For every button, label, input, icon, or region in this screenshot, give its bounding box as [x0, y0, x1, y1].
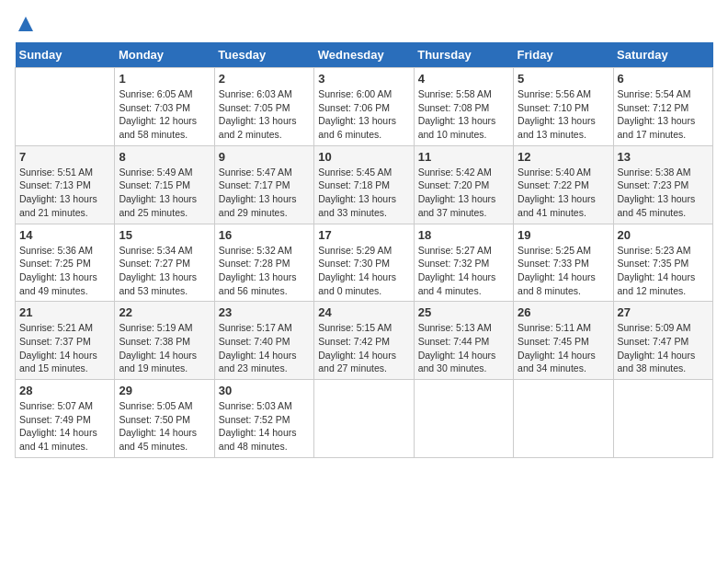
day-number: 3: [318, 72, 409, 86]
day-number: 5: [518, 72, 609, 86]
day-info: Sunrise: 5:38 AMSunset: 7:23 PMDaylight:…: [618, 166, 709, 220]
day-number: 2: [219, 72, 310, 86]
day-info: Sunrise: 5:07 AMSunset: 7:49 PMDaylight:…: [19, 399, 110, 454]
week-row-1: 1Sunrise: 6:05 AMSunset: 7:03 PMDaylight…: [16, 68, 713, 146]
day-info: Sunrise: 5:45 AMSunset: 7:18 PMDaylight:…: [318, 166, 409, 220]
week-row-4: 21Sunrise: 5:21 AMSunset: 7:37 PMDayligh…: [16, 302, 713, 380]
calendar-cell: [16, 68, 115, 146]
day-number: 24: [318, 305, 409, 319]
day-info: Sunrise: 5:40 AMSunset: 7:22 PMDaylight:…: [518, 166, 609, 220]
calendar-cell: 21Sunrise: 5:21 AMSunset: 7:37 PMDayligh…: [16, 302, 115, 380]
day-number: 16: [219, 228, 310, 242]
day-number: 12: [518, 150, 609, 164]
day-number: 14: [19, 228, 110, 242]
day-number: 27: [618, 305, 709, 319]
calendar-cell: 19Sunrise: 5:25 AMSunset: 7:33 PMDayligh…: [514, 224, 613, 302]
week-row-2: 7Sunrise: 5:51 AMSunset: 7:13 PMDaylight…: [16, 145, 713, 224]
calendar-cell: 12Sunrise: 5:40 AMSunset: 7:22 PMDayligh…: [514, 145, 613, 224]
day-info: Sunrise: 5:29 AMSunset: 7:30 PMDaylight:…: [318, 244, 409, 298]
header-cell-monday: Monday: [115, 42, 214, 68]
calendar-cell: 3Sunrise: 6:00 AMSunset: 7:06 PMDaylight…: [314, 68, 414, 146]
calendar-cell: 5Sunrise: 5:56 AMSunset: 7:10 PMDaylight…: [514, 68, 613, 146]
calendar-cell: 6Sunrise: 5:54 AMSunset: 7:12 PMDaylight…: [613, 68, 712, 146]
svg-marker-0: [18, 17, 33, 31]
calendar-cell: 10Sunrise: 5:45 AMSunset: 7:18 PMDayligh…: [314, 145, 414, 224]
day-info: Sunrise: 5:03 AMSunset: 7:52 PMDaylight:…: [219, 399, 310, 454]
day-info: Sunrise: 5:09 AMSunset: 7:47 PMDaylight:…: [618, 321, 709, 375]
calendar-cell: 14Sunrise: 5:36 AMSunset: 7:25 PMDayligh…: [16, 224, 115, 302]
calendar-cell: 26Sunrise: 5:11 AMSunset: 7:45 PMDayligh…: [514, 302, 613, 380]
calendar-cell: 1Sunrise: 6:05 AMSunset: 7:03 PMDaylight…: [115, 68, 214, 146]
day-number: 21: [19, 305, 110, 319]
calendar-cell: 28Sunrise: 5:07 AMSunset: 7:49 PMDayligh…: [16, 380, 115, 458]
calendar-cell: 18Sunrise: 5:27 AMSunset: 7:32 PMDayligh…: [414, 224, 513, 302]
day-number: 13: [618, 150, 709, 164]
calendar-cell: 13Sunrise: 5:38 AMSunset: 7:23 PMDayligh…: [613, 145, 712, 224]
day-number: 23: [219, 305, 310, 319]
day-number: 8: [119, 150, 210, 164]
day-info: Sunrise: 5:23 AMSunset: 7:35 PMDaylight:…: [618, 244, 709, 298]
day-info: Sunrise: 5:36 AMSunset: 7:25 PMDaylight:…: [19, 244, 110, 298]
day-info: Sunrise: 6:00 AMSunset: 7:06 PMDaylight:…: [318, 87, 409, 142]
calendar-cell: 25Sunrise: 5:13 AMSunset: 7:44 PMDayligh…: [414, 302, 513, 380]
day-number: 4: [418, 72, 509, 86]
calendar-cell: 17Sunrise: 5:29 AMSunset: 7:30 PMDayligh…: [314, 224, 414, 302]
day-info: Sunrise: 5:11 AMSunset: 7:45 PMDaylight:…: [518, 321, 609, 375]
calendar-cell: 7Sunrise: 5:51 AMSunset: 7:13 PMDaylight…: [16, 145, 115, 224]
day-info: Sunrise: 5:49 AMSunset: 7:15 PMDaylight:…: [119, 166, 210, 220]
calendar-cell: 9Sunrise: 5:47 AMSunset: 7:17 PMDaylight…: [214, 145, 313, 224]
calendar-cell: [514, 380, 613, 458]
day-info: Sunrise: 5:13 AMSunset: 7:44 PMDaylight:…: [418, 321, 509, 375]
logo-icon: [17, 15, 35, 33]
day-number: 28: [19, 384, 110, 397]
calendar-cell: 23Sunrise: 5:17 AMSunset: 7:40 PMDayligh…: [214, 302, 313, 380]
day-info: Sunrise: 6:05 AMSunset: 7:03 PMDaylight:…: [119, 87, 210, 142]
day-number: 19: [518, 228, 609, 242]
calendar-cell: 24Sunrise: 5:15 AMSunset: 7:42 PMDayligh…: [314, 302, 414, 380]
calendar-cell: 20Sunrise: 5:23 AMSunset: 7:35 PMDayligh…: [613, 224, 712, 302]
day-info: Sunrise: 5:56 AMSunset: 7:10 PMDaylight:…: [518, 87, 609, 142]
logo: [15, 15, 35, 33]
day-number: 26: [518, 305, 609, 319]
header-cell-saturday: Saturday: [613, 42, 712, 68]
day-number: 7: [19, 150, 110, 164]
header-row: SundayMondayTuesdayWednesdayThursdayFrid…: [16, 42, 713, 68]
day-info: Sunrise: 5:54 AMSunset: 7:12 PMDaylight:…: [618, 87, 709, 142]
day-info: Sunrise: 6:03 AMSunset: 7:05 PMDaylight:…: [219, 87, 310, 142]
calendar-cell: 29Sunrise: 5:05 AMSunset: 7:50 PMDayligh…: [115, 380, 214, 458]
header-cell-sunday: Sunday: [16, 42, 115, 68]
calendar-cell: 15Sunrise: 5:34 AMSunset: 7:27 PMDayligh…: [115, 224, 214, 302]
header-cell-tuesday: Tuesday: [214, 42, 313, 68]
page-header: [15, 15, 713, 33]
header-cell-thursday: Thursday: [414, 42, 513, 68]
day-number: 18: [418, 228, 509, 242]
day-number: 1: [119, 72, 210, 86]
calendar-cell: 11Sunrise: 5:42 AMSunset: 7:20 PMDayligh…: [414, 145, 513, 224]
day-info: Sunrise: 5:21 AMSunset: 7:37 PMDaylight:…: [19, 321, 110, 375]
day-number: 9: [219, 150, 310, 164]
header-cell-wednesday: Wednesday: [314, 42, 414, 68]
calendar-cell: 4Sunrise: 5:58 AMSunset: 7:08 PMDaylight…: [414, 68, 513, 146]
day-info: Sunrise: 5:51 AMSunset: 7:13 PMDaylight:…: [19, 166, 110, 220]
calendar-cell: 16Sunrise: 5:32 AMSunset: 7:28 PMDayligh…: [214, 224, 313, 302]
calendar-cell: 27Sunrise: 5:09 AMSunset: 7:47 PMDayligh…: [613, 302, 712, 380]
day-number: 17: [318, 228, 409, 242]
day-info: Sunrise: 5:15 AMSunset: 7:42 PMDaylight:…: [318, 321, 409, 375]
calendar-cell: 8Sunrise: 5:49 AMSunset: 7:15 PMDaylight…: [115, 145, 214, 224]
calendar-cell: [414, 380, 513, 458]
day-number: 15: [119, 228, 210, 242]
day-info: Sunrise: 5:32 AMSunset: 7:28 PMDaylight:…: [219, 244, 310, 298]
week-row-3: 14Sunrise: 5:36 AMSunset: 7:25 PMDayligh…: [16, 224, 713, 302]
day-info: Sunrise: 5:58 AMSunset: 7:08 PMDaylight:…: [418, 87, 509, 142]
calendar-cell: [314, 380, 414, 458]
day-number: 29: [119, 384, 210, 397]
day-number: 20: [618, 228, 709, 242]
day-number: 25: [418, 305, 509, 319]
day-number: 6: [618, 72, 709, 86]
week-row-5: 28Sunrise: 5:07 AMSunset: 7:49 PMDayligh…: [16, 380, 713, 458]
day-info: Sunrise: 5:19 AMSunset: 7:38 PMDaylight:…: [119, 321, 210, 375]
day-info: Sunrise: 5:34 AMSunset: 7:27 PMDaylight:…: [119, 244, 210, 298]
day-number: 10: [318, 150, 409, 164]
day-info: Sunrise: 5:47 AMSunset: 7:17 PMDaylight:…: [219, 166, 310, 220]
day-info: Sunrise: 5:27 AMSunset: 7:32 PMDaylight:…: [418, 244, 509, 298]
